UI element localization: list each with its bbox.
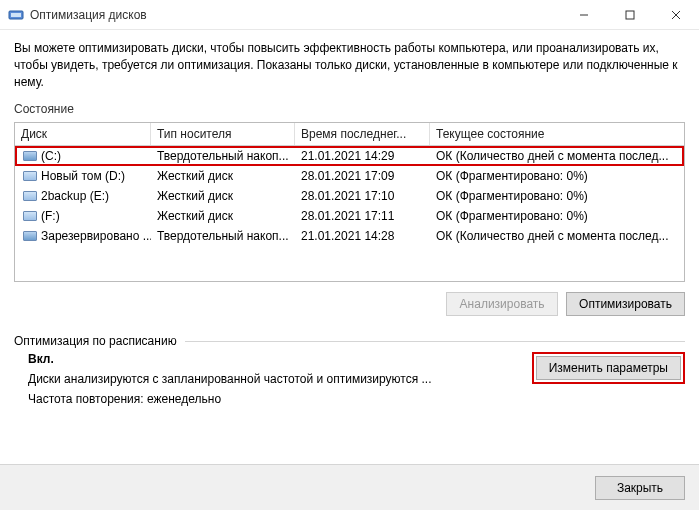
cell-disk: (C:) bbox=[41, 146, 61, 166]
cell-media: Жесткий диск bbox=[151, 206, 295, 226]
svg-rect-3 bbox=[626, 11, 634, 19]
cell-time: 28.01.2021 17:09 bbox=[295, 166, 430, 186]
cell-disk: Зарезервировано ... bbox=[41, 226, 151, 246]
change-button-highlight: Изменить параметры bbox=[532, 352, 685, 384]
drive-icon bbox=[23, 231, 37, 241]
cell-media: Твердотельный накоп... bbox=[151, 146, 295, 166]
maximize-button[interactable] bbox=[607, 0, 653, 30]
analyze-button[interactable]: Анализировать bbox=[446, 292, 558, 316]
app-icon bbox=[8, 7, 24, 23]
col-time[interactable]: Время последнег... bbox=[295, 123, 430, 145]
close-dialog-button[interactable]: Закрыть bbox=[595, 476, 685, 500]
cell-time: 21.01.2021 14:29 bbox=[295, 146, 430, 166]
cell-state: ОК (Количество дней с момента послед... bbox=[430, 226, 684, 246]
cell-state: ОК (Фрагментировано: 0%) bbox=[430, 166, 684, 186]
cell-state: ОК (Фрагментировано: 0%) bbox=[430, 206, 684, 226]
intro-text: Вы можете оптимизировать диски, чтобы по… bbox=[14, 40, 685, 90]
cell-media: Жесткий диск bbox=[151, 166, 295, 186]
change-settings-button[interactable]: Изменить параметры bbox=[536, 356, 681, 380]
optimize-button[interactable]: Оптимизировать bbox=[566, 292, 685, 316]
table-header: Диск Тип носителя Время последнег... Тек… bbox=[15, 123, 684, 146]
table-row[interactable]: Зарезервировано ... Твердотельный накоп.… bbox=[15, 226, 684, 246]
titlebar: Оптимизация дисков bbox=[0, 0, 699, 30]
svg-rect-1 bbox=[11, 13, 21, 17]
drive-icon bbox=[23, 151, 37, 161]
cell-media: Твердотельный накоп... bbox=[151, 226, 295, 246]
cell-disk: (F:) bbox=[41, 206, 60, 226]
drive-table: Диск Тип носителя Время последнег... Тек… bbox=[14, 122, 685, 282]
col-state[interactable]: Текущее состояние bbox=[430, 123, 684, 145]
table-row[interactable]: (F:) Жесткий диск 28.01.2021 17:11 ОК (Ф… bbox=[15, 206, 684, 226]
footer: Закрыть bbox=[0, 464, 699, 510]
schedule-line1: Диски анализируются с запланированной ча… bbox=[28, 372, 532, 386]
cell-time: 28.01.2021 17:10 bbox=[295, 186, 430, 206]
close-button[interactable] bbox=[653, 0, 699, 30]
action-buttons: Анализировать Оптимизировать bbox=[14, 292, 685, 316]
state-section-label: Состояние bbox=[14, 102, 685, 116]
drive-icon bbox=[23, 171, 37, 181]
cell-disk: 2backup (E:) bbox=[41, 186, 109, 206]
cell-state: ОК (Количество дней с момента послед... bbox=[430, 146, 684, 166]
cell-time: 21.01.2021 14:28 bbox=[295, 226, 430, 246]
col-disk[interactable]: Диск bbox=[15, 123, 151, 145]
cell-time: 28.01.2021 17:11 bbox=[295, 206, 430, 226]
schedule-section-label: Оптимизация по расписанию bbox=[14, 334, 177, 348]
cell-state: ОК (Фрагментировано: 0%) bbox=[430, 186, 684, 206]
table-row[interactable]: Новый том (D:) Жесткий диск 28.01.2021 1… bbox=[15, 166, 684, 186]
window-title: Оптимизация дисков bbox=[30, 8, 147, 22]
schedule-line2: Частота повторения: еженедельно bbox=[28, 392, 532, 406]
table-row[interactable]: 2backup (E:) Жесткий диск 28.01.2021 17:… bbox=[15, 186, 684, 206]
schedule-enabled-label: Вкл. bbox=[28, 352, 532, 366]
drive-icon bbox=[23, 191, 37, 201]
separator bbox=[185, 341, 685, 342]
cell-media: Жесткий диск bbox=[151, 186, 295, 206]
col-media[interactable]: Тип носителя bbox=[151, 123, 295, 145]
window-buttons bbox=[561, 0, 699, 30]
table-row[interactable]: (C:) Твердотельный накоп... 21.01.2021 1… bbox=[15, 146, 684, 166]
cell-disk: Новый том (D:) bbox=[41, 166, 125, 186]
minimize-button[interactable] bbox=[561, 0, 607, 30]
drive-icon bbox=[23, 211, 37, 221]
